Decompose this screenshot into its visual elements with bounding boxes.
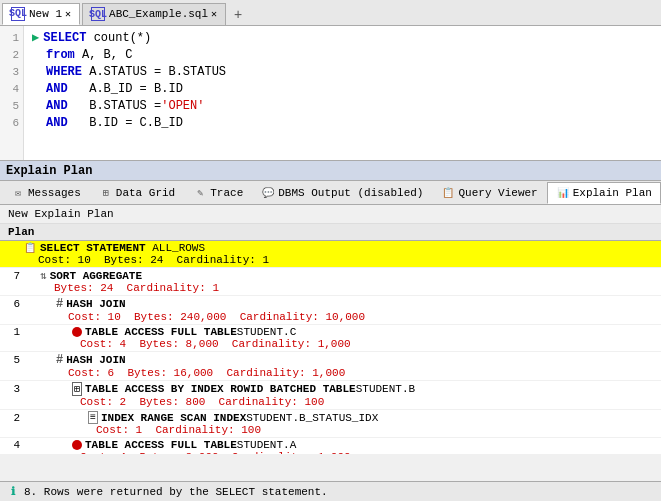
tab-bar: SQL New 1 ✕ SQL ABC_Example.sql ✕ + — [0, 0, 661, 26]
plan-row-taf-c-main: 1 TABLE ACCESS FULL TABLE STUDENT.C — [4, 326, 657, 338]
sort-icon: ⇅ — [40, 269, 47, 282]
code-line-2: from A, B, C — [32, 47, 653, 64]
code-tables: A, B, C — [75, 47, 133, 64]
select-stmt-hint: ALL_ROWS — [152, 242, 205, 254]
plan-row-hash-join-5[interactable]: 5 # HASH JOIN Cost: 6 Bytes: 16,000 Card… — [0, 352, 661, 381]
plan-container[interactable]: Plan 📋 SELECT STATEMENT ALL_ROWS Cost: 1… — [0, 224, 661, 454]
irs-kw: INDEX RANGE SCAN INDEX — [101, 412, 246, 424]
tabirb-detail: Cost: 2 Bytes: 800 Cardinality: 100 — [4, 396, 657, 408]
plan-row-sort-aggregate[interactable]: 7 ⇅ SORT AGGREGATE Bytes: 24 Cardinality… — [0, 268, 661, 296]
tab-dbms-label: DBMS Output (disabled) — [278, 187, 423, 199]
hash-join-5-detail: Cost: 6 Bytes: 16,000 Cardinality: 1,000 — [4, 367, 657, 379]
tab-new1[interactable]: SQL New 1 ✕ — [2, 3, 80, 25]
index-rowid-icon: ⊞ — [72, 382, 82, 396]
add-tab-button[interactable]: + — [228, 4, 248, 24]
irs-name: STUDENT.B_STATUS_IDX — [246, 412, 378, 424]
hash-join-5-kw: HASH JOIN — [66, 354, 125, 366]
taf-a-detail: Cost: 4 Bytes: 8,000 Cardinality: 1,000 — [4, 451, 657, 454]
code-line-6: AND B.ID = C.B_ID — [32, 115, 653, 132]
code-line-1: ▶ SELECT count(*) — [32, 30, 653, 47]
tab-trace-label: Trace — [210, 187, 243, 199]
row-num-3: 3 — [4, 383, 20, 395]
trace-icon: ✎ — [193, 186, 207, 200]
row-num-4: 4 — [4, 439, 20, 451]
tab-abc[interactable]: SQL ABC_Example.sql ✕ — [82, 3, 226, 25]
bottom-tabs-bar: ✉ Messages ⊞ Data Grid ✎ Trace 💬 DBMS Ou… — [0, 181, 661, 205]
tab-explainplan-label: Explain Plan — [573, 187, 652, 199]
keyword-and2: AND — [46, 98, 68, 115]
plan-row-taf-a[interactable]: 4 TABLE ACCESS FULL TABLE STUDENT.A Cost… — [0, 438, 661, 454]
plan-row-select-stmt-main: 📋 SELECT STATEMENT ALL_ROWS — [4, 242, 657, 254]
irs-detail: Cost: 1 Cardinality: 100 — [4, 424, 657, 436]
tab-explainplan[interactable]: 📊 Explain Plan — [547, 182, 661, 204]
plan-row-hash5-main: 5 # HASH JOIN — [4, 353, 657, 367]
taf-a-name: STUDENT.A — [237, 439, 296, 451]
plan-row-sort-main: 7 ⇅ SORT AGGREGATE — [4, 269, 657, 282]
info-icon: ℹ — [6, 485, 20, 499]
dbms-icon: 💬 — [261, 186, 275, 200]
tab-abc-label: ABC_Example.sql — [109, 8, 208, 20]
horizontal-scrollbar[interactable] — [0, 160, 661, 161]
keyword-select: SELECT — [43, 30, 86, 47]
tab-trace[interactable]: ✎ Trace — [184, 182, 252, 204]
code-count: count(*) — [86, 30, 151, 47]
code-and3-cond: B.ID = C.B_ID — [68, 115, 183, 132]
row-num-5: 5 — [4, 354, 20, 366]
hash-join-6-kw: HASH JOIN — [66, 298, 125, 310]
plan-header-label: Plan — [8, 226, 34, 238]
code-line-3: WHERE A.STATUS = B.STATUS — [32, 64, 653, 81]
grid-icon: ⊞ — [99, 186, 113, 200]
hash-icon-6: # — [56, 297, 63, 311]
select-stmt-icon: 📋 — [24, 242, 36, 254]
taf-c-kw: TABLE ACCESS FULL TABLE — [85, 326, 237, 338]
code-text[interactable]: ▶ SELECT count(*) from A, B, C WHERE A.S… — [24, 26, 661, 160]
row-num-7: 7 — [4, 270, 20, 282]
hash-icon-5: # — [56, 353, 63, 367]
sort-aggregate-detail: Bytes: 24 Cardinality: 1 — [4, 282, 657, 294]
select-stmt-text: SELECT STATEMENT ALL_ROWS — [40, 242, 205, 254]
row-num-1: 1 — [4, 326, 20, 338]
code-line-4: AND A.B_ID = B.ID — [32, 81, 653, 98]
plan-row-hash6-main: 6 # HASH JOIN — [4, 297, 657, 311]
tab-new1-label: New 1 — [29, 8, 62, 20]
new-explain-text: New Explain Plan — [8, 208, 114, 220]
taf-a-kw: TABLE ACCESS FULL TABLE — [85, 439, 237, 451]
sql-icon: SQL — [11, 7, 25, 21]
plan-row-hash-join-6[interactable]: 6 # HASH JOIN Cost: 10 Bytes: 240,000 Ca… — [0, 296, 661, 325]
explain-icon: 📊 — [556, 186, 570, 200]
sort-aggregate-kw: SORT AGGREGATE — [50, 270, 142, 282]
plan-row-taf-a-main: 4 TABLE ACCESS FULL TABLE STUDENT.A — [4, 439, 657, 451]
tab-queryviewer[interactable]: 📋 Query Viewer — [432, 182, 546, 204]
select-stmt-detail: Cost: 10 Bytes: 24 Cardinality: 1 — [4, 254, 657, 266]
message-icon: ✉ — [11, 186, 25, 200]
tab-datagrid-label: Data Grid — [116, 187, 175, 199]
string-open: 'OPEN' — [161, 98, 204, 115]
explain-plan-section-title: Explain Plan — [6, 164, 92, 178]
new-explain-label: New Explain Plan — [0, 205, 661, 224]
red-circle-1 — [72, 327, 82, 337]
plan-row-tabirb[interactable]: 3 ⊞ TABLE ACCESS BY INDEX ROWID BATCHED … — [0, 381, 661, 410]
code-editor[interactable]: 1 2 3 4 5 6 ▶ SELECT count(*) from A, B,… — [0, 26, 661, 161]
plan-row-select-stmt[interactable]: 📋 SELECT STATEMENT ALL_ROWS Cost: 10 Byt… — [0, 241, 661, 268]
hash-join-6-detail: Cost: 10 Bytes: 240,000 Cardinality: 10,… — [4, 311, 657, 323]
code-line-5: AND B.STATUS = 'OPEN' — [32, 98, 653, 115]
tab-messages-label: Messages — [28, 187, 81, 199]
tab-dbms[interactable]: 💬 DBMS Output (disabled) — [252, 182, 432, 204]
tabirb-name: STUDENT.B — [356, 383, 415, 395]
tab-abc-close[interactable]: ✕ — [211, 8, 217, 20]
code-and1-cond: A.B_ID = B.ID — [68, 81, 183, 98]
row-num-6: 6 — [4, 298, 20, 310]
taf-c-name: STUDENT.C — [237, 326, 296, 338]
taf-c-detail: Cost: 4 Bytes: 8,000 Cardinality: 1,000 — [4, 338, 657, 350]
tab-messages[interactable]: ✉ Messages — [2, 182, 90, 204]
index-scan-icon: ≡ — [88, 411, 98, 424]
plan-row-taf-c[interactable]: 1 TABLE ACCESS FULL TABLE STUDENT.C Cost… — [0, 325, 661, 352]
sql-icon2: SQL — [91, 7, 105, 21]
plan-row-irs[interactable]: 2 ≡ INDEX RANGE SCAN INDEX STUDENT.B_STA… — [0, 410, 661, 438]
tab-datagrid[interactable]: ⊞ Data Grid — [90, 182, 184, 204]
keyword-where: WHERE — [46, 64, 82, 81]
line-numbers: 1 2 3 4 5 6 — [0, 26, 24, 160]
tabirb-kw: TABLE ACCESS BY INDEX ROWID BATCHED TABL… — [85, 383, 356, 395]
execution-arrow: ▶ — [32, 30, 39, 47]
row-num-2: 2 — [4, 412, 20, 424]
